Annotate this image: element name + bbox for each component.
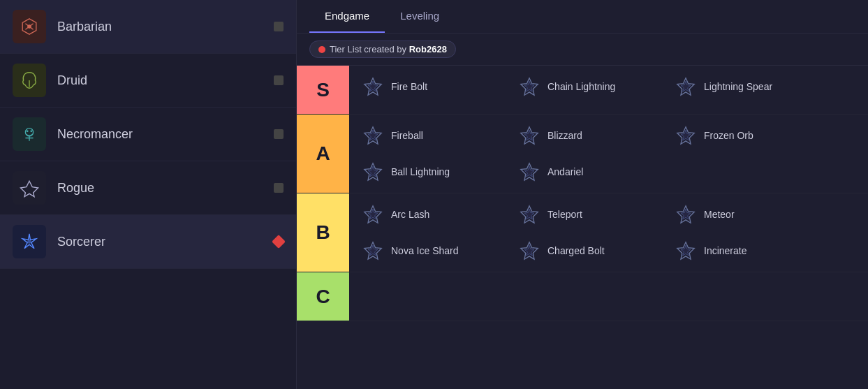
tier-row-s: S Fire Bolt Chain Lightning Lightning Sp… — [297, 66, 868, 115]
skill-cell-blizzard[interactable]: Blizzard — [508, 117, 665, 154]
skill-cell-arc-lash[interactable]: Arc Lash — [352, 196, 508, 233]
sidebar-marker-druid — [274, 75, 284, 85]
sidebar-marker-rogue — [274, 183, 284, 193]
skill-icon-incinerate — [675, 240, 697, 262]
sidebar-item-sorcerer[interactable]: Sorcerer — [0, 215, 296, 269]
skill-icon-fireball — [362, 124, 384, 147]
skill-cell-incinerate[interactable]: Incinerate — [665, 233, 821, 269]
svg-point-3 — [27, 24, 31, 29]
skill-icon-arc-lash — [362, 203, 384, 226]
sidebar-marker-barbarian — [274, 22, 284, 31]
tab-leveling[interactable]: Leveling — [385, 0, 455, 33]
skill-icon-nova-ice-shard — [362, 240, 384, 262]
sidebar-item-rogue[interactable]: Rogue — [0, 161, 296, 215]
skill-cell-lightning-spear[interactable]: Lightning Spear — [665, 68, 821, 105]
sidebar-label-druid: Druid — [57, 73, 263, 88]
creator-text: Tier List created by Rob2628 — [330, 44, 447, 54]
skill-icon-chain-lightning — [518, 75, 540, 98]
skill-cell-frozen-orb[interactable]: Frozen Orb — [665, 117, 821, 154]
skill-icon-lightning-spear — [675, 75, 697, 98]
main-content: EndgameLeveling Tier List created by Rob… — [297, 0, 868, 389]
tier-label-b: B — [297, 193, 349, 272]
sidebar-item-druid[interactable]: Druid — [0, 54, 296, 108]
skill-icon-ball-lightning — [362, 161, 384, 183]
tier-row-b: B Arc Lash Teleport Meteor Nova Ice Shar… — [297, 193, 868, 272]
tier-list-container: S Fire Bolt Chain Lightning Lightning Sp… — [297, 66, 868, 389]
sidebar-item-necromancer[interactable]: Necromancer — [0, 108, 296, 161]
skill-icon-fire-bolt — [362, 75, 384, 98]
skill-name-incinerate: Incinerate — [704, 245, 746, 256]
skill-name-chain-lightning: Chain Lightning — [547, 81, 615, 92]
tier-row-c: C — [297, 272, 868, 321]
skill-icon-andariel — [518, 161, 540, 183]
skill-cell-andariel[interactable]: Andariel — [508, 154, 665, 190]
skill-icon-frozen-orb — [675, 124, 697, 147]
tier-label-c: C — [297, 272, 349, 321]
creator-dot — [318, 46, 325, 53]
skill-name-lightning-spear: Lightning Spear — [704, 81, 772, 92]
creator-badge: Tier List created by Rob2628 — [309, 41, 456, 58]
sidebar-marker-necromancer — [274, 129, 284, 139]
skill-name-andariel: Andariel — [547, 166, 583, 177]
sidebar: BarbarianDruidNecromancerRogueSorcerer — [0, 0, 297, 389]
sidebar-item-barbarian[interactable]: Barbarian — [0, 0, 296, 54]
skill-name-frozen-orb: Frozen Orb — [704, 130, 753, 141]
tier-label-a: A — [297, 115, 349, 193]
skill-name-fire-bolt: Fire Bolt — [391, 81, 427, 92]
skill-icon-meteor — [675, 203, 697, 226]
skill-icon-blizzard — [518, 124, 540, 147]
tier-cells-a: Fireball Blizzard Frozen Orb Ball Lightn… — [349, 115, 868, 193]
tier-label-s: S — [297, 66, 349, 114]
creator-badge-area: Tier List created by Rob2628 — [297, 34, 868, 66]
skill-cell-ball-lightning[interactable]: Ball Lightning — [352, 154, 508, 190]
skill-cell-charged-bolt[interactable]: Charged Bolt — [508, 233, 665, 269]
sidebar-label-necromancer: Necromancer — [57, 127, 263, 142]
skill-cell-chain-lightning[interactable]: Chain Lightning — [508, 68, 665, 105]
rogue-icon — [13, 171, 46, 205]
skill-cell-fireball[interactable]: Fireball — [352, 117, 508, 154]
svg-point-10 — [27, 240, 31, 244]
creator-name: Rob2628 — [409, 44, 447, 54]
svg-point-6 — [27, 130, 29, 132]
skill-name-meteor: Meteor — [704, 209, 735, 220]
sorcerer-icon — [13, 225, 46, 258]
tier-cells-c — [349, 272, 868, 321]
skill-name-charged-bolt: Charged Bolt — [547, 245, 605, 256]
skill-cell-meteor[interactable]: Meteor — [665, 196, 821, 233]
tier-cells-b: Arc Lash Teleport Meteor Nova Ice Shard … — [349, 193, 868, 272]
svg-point-5 — [25, 129, 33, 136]
sidebar-marker-sorcerer — [272, 235, 286, 249]
druid-icon — [13, 64, 46, 97]
necromancer-icon — [13, 117, 46, 151]
skill-name-fireball: Fireball — [391, 130, 423, 141]
sidebar-label-barbarian: Barbarian — [57, 20, 263, 34]
tier-row-a: A Fireball Blizzard Frozen Orb Ball Ligh… — [297, 115, 868, 193]
skill-icon-teleport — [518, 203, 540, 226]
skill-name-blizzard: Blizzard — [547, 130, 582, 141]
skill-cell-teleport[interactable]: Teleport — [508, 196, 665, 233]
tab-endgame[interactable]: Endgame — [309, 0, 385, 33]
tabs-bar: EndgameLeveling — [297, 0, 868, 34]
svg-point-7 — [30, 130, 32, 132]
skill-name-ball-lightning: Ball Lightning — [391, 166, 450, 177]
skill-name-nova-ice-shard: Nova Ice Shard — [391, 245, 459, 256]
skill-cell-nova-ice-shard[interactable]: Nova Ice Shard — [352, 233, 508, 269]
skill-name-arc-lash: Arc Lash — [391, 209, 429, 220]
barbarian-icon — [13, 10, 46, 43]
tier-cells-s: Fire Bolt Chain Lightning Lightning Spea… — [349, 66, 868, 114]
skill-cell-fire-bolt[interactable]: Fire Bolt — [352, 68, 508, 105]
skill-icon-charged-bolt — [518, 240, 540, 262]
skill-name-teleport: Teleport — [547, 209, 582, 220]
sidebar-label-sorcerer: Sorcerer — [57, 235, 263, 249]
sidebar-label-rogue: Rogue — [57, 181, 263, 196]
